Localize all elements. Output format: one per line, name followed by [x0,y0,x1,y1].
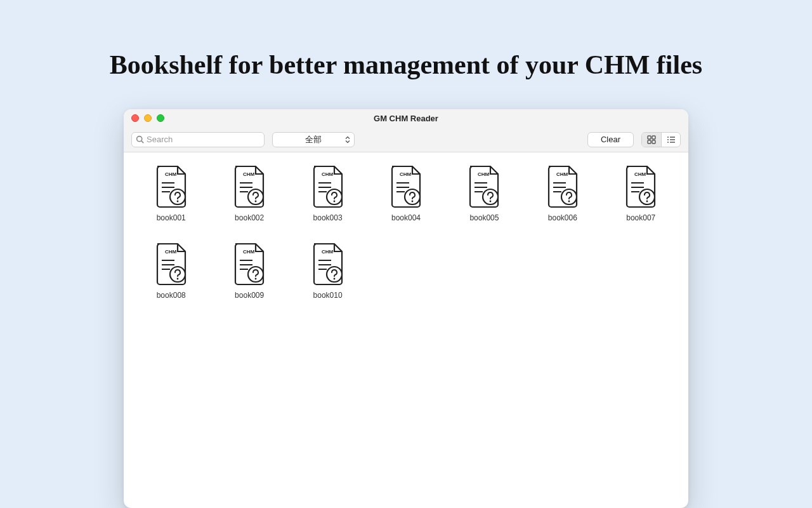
svg-text:CHM: CHM [322,171,334,177]
chm-file-icon: CHM [154,165,189,208]
chm-file-icon: CHM [466,165,502,208]
svg-text:CHM: CHM [165,249,177,255]
svg-text:CHM: CHM [634,171,646,177]
svg-point-29 [333,201,335,203]
book-item[interactable]: CHM book008 [139,243,203,300]
svg-point-59 [176,278,178,280]
svg-point-53 [646,201,648,203]
svg-point-10 [667,142,669,143]
book-item[interactable]: CHM book004 [374,165,438,222]
book-item[interactable]: CHM book010 [296,243,360,300]
page-headline: Bookshelf for better management of your … [0,0,812,80]
svg-text:CHM: CHM [165,171,177,177]
svg-point-23 [255,201,257,203]
filter-popup[interactable]: 全部 [272,132,355,147]
svg-text:CHM: CHM [556,171,568,177]
chm-file-icon: CHM [310,243,346,286]
filter-label: 全部 [305,134,322,145]
book-item[interactable]: CHM book005 [452,165,516,222]
clear-label: Clear [601,135,620,144]
titlebar: GM CHM Reader [124,109,688,127]
toolbar: 全部 Clear [124,127,688,152]
clear-button[interactable]: Clear [587,132,634,147]
bookshelf-grid: CHM book001 CHM book002 CHM book003 CHM [124,152,688,312]
book-label: book005 [469,213,499,222]
book-item[interactable]: CHM book009 [217,243,281,300]
window-title: GM CHM Reader [124,114,688,123]
list-view-button[interactable] [661,133,680,147]
svg-rect-2 [648,136,651,139]
book-label: book009 [235,291,264,300]
traffic-lights [131,114,164,122]
svg-point-71 [333,278,335,280]
chm-file-icon: CHM [232,243,267,286]
close-button[interactable] [131,114,139,122]
svg-point-6 [667,137,669,138]
chm-file-icon: CHM [154,243,189,286]
search-field[interactable] [131,132,265,147]
book-label: book003 [313,213,343,222]
svg-rect-5 [652,140,655,144]
book-label: book007 [626,213,655,222]
svg-text:CHM: CHM [243,249,255,255]
svg-text:CHM: CHM [243,171,255,177]
book-item[interactable]: CHM book001 [139,165,203,222]
svg-point-0 [137,137,142,142]
chm-file-icon: CHM [388,165,424,208]
book-label: book001 [157,213,186,222]
chm-file-icon: CHM [545,165,580,208]
chm-file-icon: CHM [623,165,658,208]
book-item[interactable]: CHM book002 [217,165,281,222]
svg-text:CHM: CHM [322,249,334,255]
book-label: book006 [548,213,577,222]
list-icon [667,135,676,144]
book-label: book008 [157,291,186,300]
svg-point-65 [255,278,257,280]
chevron-updown-icon [345,136,350,143]
search-icon [136,135,144,144]
svg-point-41 [490,201,492,203]
zoom-button[interactable] [157,114,164,122]
book-item[interactable]: CHM book003 [296,165,360,222]
svg-rect-4 [648,140,651,144]
chm-file-icon: CHM [232,165,267,208]
book-item[interactable]: CHM book006 [530,165,594,222]
svg-point-35 [412,201,414,203]
grid-icon [647,135,656,144]
svg-point-47 [568,201,570,203]
book-item[interactable]: CHM book007 [609,165,673,222]
grid-view-button[interactable] [642,133,661,147]
svg-text:CHM: CHM [478,171,490,177]
chm-file-icon: CHM [310,165,346,208]
book-label: book004 [391,213,421,222]
svg-line-1 [141,141,143,143]
search-input[interactable] [147,135,260,144]
book-label: book010 [313,291,343,300]
view-mode-segment [641,132,681,147]
minimize-button[interactable] [144,114,152,122]
svg-text:CHM: CHM [400,171,412,177]
svg-point-8 [667,139,669,140]
app-window: GM CHM Reader 全部 Clear [124,109,688,508]
svg-point-17 [176,201,178,203]
book-label: book002 [235,213,264,222]
svg-rect-3 [652,136,655,139]
